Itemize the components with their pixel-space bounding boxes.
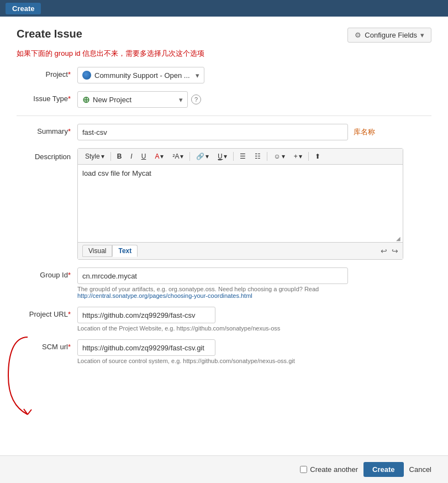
group-id-label: Group Id* [17,267,77,279]
issue-type-select-text: New Project [93,96,176,104]
link-btn[interactable]: 🔗 ▾ [192,151,213,162]
issue-type-label: Issue Type* [17,91,77,103]
issue-type-help-icon[interactable]: ? [191,95,201,104]
issue-type-field: ⊕ New Project ▾ ? [77,91,431,108]
toolbar-sep-5 [308,152,309,161]
style-btn[interactable]: Style ▾ [81,151,108,162]
required-star-3: * [68,127,71,135]
toolbar-sep-1 [110,152,111,161]
project-dropdown-arrow: ▾ [196,71,199,80]
project-url-label: Project URL* [17,307,77,318]
color-btn[interactable]: A ▾ [151,151,167,162]
create-another-wrapper: Create another [300,465,358,474]
issue-type-row: Issue Type* ⊕ New Project ▾ ? [17,91,431,108]
issue-type-select-wrapper: ⊕ New Project ▾ ? [77,91,431,108]
issue-type-dropdown-arrow: ▾ [179,96,183,104]
required-star-6: * [68,343,71,351]
scm-url-label: SCM url* [17,339,77,351]
required-star: * [68,70,71,78]
create-another-checkbox[interactable] [300,466,307,473]
undo-btn[interactable]: ↩ [381,246,387,255]
summary-field: 库名称 [77,124,431,140]
create-button[interactable]: Create [6,3,41,14]
scm-url-help-text: Location of source control system, e.g. … [77,358,348,364]
toolbar-sep-3 [233,152,234,161]
project-label: Project* [17,67,77,78]
resize-handle[interactable]: ◢ [396,235,402,241]
color-chevron-icon: ▾ [160,153,164,160]
project-url-help-text: Location of the Project Website, e.g. ht… [77,325,348,332]
toolbar-sep-2 [189,152,190,161]
editor-content[interactable]: load csv file for Mycat ◢ [78,165,403,242]
text-tab[interactable]: Text [112,245,138,257]
project-field: Community Support - Open ... ▾ [77,67,431,83]
required-star-5: * [68,310,71,318]
scm-url-field: Location of source control system, e.g. … [77,339,431,364]
link-chevron-icon: ▾ [205,153,209,160]
create-submit-button[interactable]: Create [363,462,403,477]
list-ol-btn[interactable]: ☷ [251,151,265,162]
summary-input-wrapper: 库名称 [77,124,431,140]
special-btn[interactable]: U̲ ▾ [214,151,231,162]
project-row: Project* Community Support - Open ... ▾ [17,67,431,83]
collapse-btn[interactable]: ⬆ [311,151,324,162]
summary-input[interactable] [77,124,348,140]
special-chevron-icon: ▾ [224,153,227,160]
toolbar-sep-4 [267,152,267,161]
issue-type-select[interactable]: ⊕ New Project ▾ [77,91,188,108]
visual-tab[interactable]: Visual [82,245,112,257]
description-label: Description [17,148,77,161]
editor-footer: Visual Text ↩ ↪ [78,242,403,259]
italic-btn[interactable]: I [127,151,136,162]
description-field: Style ▾ B I U A ▾ ²A ▾ [77,148,431,260]
description-editor: Style ▾ B I U A ▾ ²A ▾ [77,148,403,260]
configure-fields-button[interactable]: ⚙ Configure Fields ▾ [347,28,431,43]
required-star-2: * [68,95,71,103]
underline-btn[interactable]: U [138,151,150,162]
editor-tabs: Visual Text [82,245,138,257]
redo-btn[interactable]: ↪ [392,246,398,255]
chevron-down-icon: ▾ [420,31,424,39]
bold-btn[interactable]: B [113,151,126,162]
project-select-wrapper: Community Support - Open ... ▾ [77,67,431,83]
scm-url-row: SCM url* Location of source control syst… [17,339,431,364]
description-row: Description Style ▾ B I U A ▾ [17,148,431,260]
group-id-row: Group Id* The groupId of your artifacts,… [17,267,431,299]
gear-icon: ⚙ [355,31,361,39]
list-ul-btn[interactable]: ☰ [236,151,250,162]
group-id-help-text: The groupId of your artifacts, e.g. org.… [77,286,348,299]
create-another-label: Create another [310,465,358,474]
cancel-button[interactable]: Cancel [409,465,431,474]
format-chevron-icon: ▾ [180,153,183,160]
summary-row: Summary* 库名称 [17,124,431,140]
emoji-btn[interactable]: ☺ ▾ [270,151,288,162]
globe-icon [82,71,91,80]
editor-text: load csv file for Mycat [82,169,151,177]
form-divider [17,116,431,116]
bottom-bar: Create another Create Cancel [0,455,448,483]
editor-toolbar: Style ▾ B I U A ▾ ²A ▾ [78,149,403,165]
summary-hint: 库名称 [354,127,375,137]
svg-line-0 [24,409,28,414]
warning-text: 如果下面的 group id 信息出不来，需要多选择几次这个选项 [17,49,431,59]
style-chevron-icon: ▾ [101,153,104,160]
summary-label: Summary* [17,124,77,135]
project-select-text: Community Support - Open ... [94,71,192,80]
group-id-input[interactable] [77,267,348,284]
project-url-row: Project URL* Location of the Project Web… [17,307,431,332]
editor-actions: ↩ ↪ [381,246,398,255]
group-id-field: The groupId of your artifacts, e.g. org.… [77,267,431,299]
group-id-help-link[interactable]: http://central.sonatype.org/pages/choosi… [77,292,252,299]
required-star-4: * [68,271,71,279]
project-url-input[interactable] [77,307,215,323]
main-container: Create Issue ⚙ Configure Fields ▾ 如果下面的 … [0,17,448,383]
more-btn[interactable]: + ▾ [290,151,306,162]
project-select[interactable]: Community Support - Open ... ▾ [77,67,204,83]
more-chevron-icon: ▾ [299,153,302,160]
top-bar: Create [0,0,448,17]
emoji-chevron-icon: ▾ [282,153,285,160]
scm-url-input[interactable] [77,339,215,356]
project-url-field: Location of the Project Website, e.g. ht… [77,307,431,332]
svg-line-1 [28,410,31,414]
format-btn[interactable]: ²A ▾ [168,151,187,162]
